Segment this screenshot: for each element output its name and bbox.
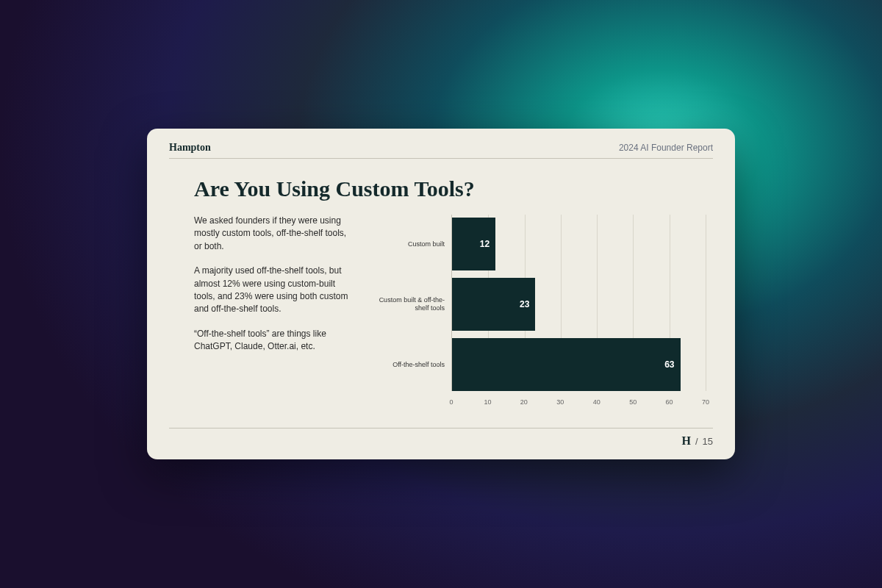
category-label: Custom built <box>371 240 452 248</box>
plot-area: Custom built12Custom built & off-the-she… <box>451 215 706 391</box>
page-separator: / <box>695 436 698 447</box>
category-label: Custom built & off-the-shelf tools <box>371 296 452 312</box>
grid-line <box>706 215 706 391</box>
report-slide: Hampton 2024 AI Founder Report Are You U… <box>147 129 735 459</box>
bar: 63 <box>452 338 681 391</box>
slide-title: Are You Using Custom Tools? <box>194 176 713 201</box>
bar-value-label: 12 <box>480 239 490 249</box>
slide-footer: H / 15 <box>169 428 713 448</box>
description-column: We asked founders if they were using mos… <box>194 215 348 420</box>
chart-column: Custom built12Custom built & off-the-she… <box>370 215 713 420</box>
paragraph: We asked founders if they were using mos… <box>194 215 348 253</box>
slide-header: Hampton 2024 AI Founder Report <box>169 142 713 159</box>
x-tick-label: 30 <box>556 398 564 406</box>
bar-row: Custom built12 <box>452 218 706 270</box>
bar-value-label: 23 <box>520 299 529 309</box>
bar: 23 <box>452 278 535 331</box>
x-tick-label: 0 <box>449 398 453 406</box>
page-number: 15 <box>703 436 713 447</box>
x-tick-label: 40 <box>593 398 600 406</box>
category-label: Off-the-shelf tools <box>371 361 452 369</box>
brand-wordmark: Hampton <box>169 142 211 154</box>
slide-content: We asked founders if they were using mos… <box>169 215 713 420</box>
bar-row: Custom built & off-the-shelf tools23 <box>452 278 706 331</box>
x-tick-label: 20 <box>520 398 528 406</box>
bar-value-label: 63 <box>664 359 674 370</box>
bar-chart: Custom built12Custom built & off-the-she… <box>451 215 706 406</box>
footer-logo: H <box>681 434 690 448</box>
bar-row: Off-the-shelf tools63 <box>452 338 706 391</box>
x-tick-label: 50 <box>629 398 637 406</box>
bar: 12 <box>452 218 495 270</box>
x-tick-label: 60 <box>666 398 673 406</box>
report-title: 2024 AI Founder Report <box>619 143 713 153</box>
x-tick-label: 70 <box>702 398 709 406</box>
x-tick-label: 10 <box>484 398 491 406</box>
paragraph: “Off-the-shelf tools” are things like Ch… <box>194 328 348 354</box>
paragraph: A majority used off-the-shelf tools, but… <box>194 265 348 316</box>
